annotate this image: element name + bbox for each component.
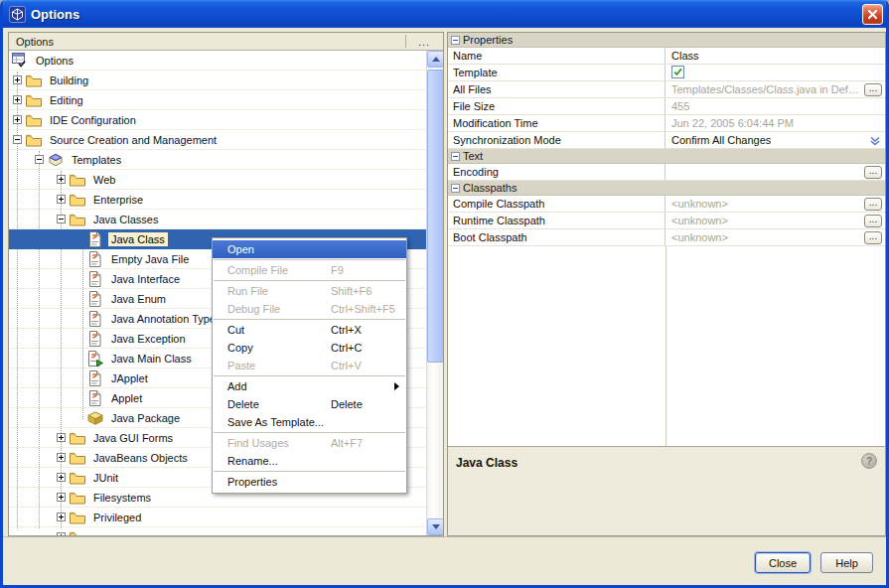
collapse-minus-icon[interactable] <box>9 132 25 148</box>
property-value-compile-classpath[interactable]: <unknown>... <box>666 196 885 212</box>
menu-item-delete[interactable]: DeleteDelete <box>213 395 406 413</box>
folder-icon <box>69 490 85 506</box>
options-dialog: Options Options ... OptionsBuildingEditi… <box>0 0 889 588</box>
menu-item-run-file: Run FileShift+F6 <box>213 282 406 300</box>
collapse-minus-icon[interactable] <box>31 152 47 168</box>
property-name: File Size <box>448 98 666 114</box>
menu-item-label: Cut <box>227 324 244 336</box>
property-value-name[interactable]: Class <box>666 48 885 64</box>
header-separator <box>405 35 406 48</box>
tree-scrollbar[interactable] <box>426 51 443 535</box>
menu-item-shortcut: Ctrl+V <box>331 360 362 371</box>
menu-item-rename[interactable]: Rename... <box>213 452 406 470</box>
expand-plus-icon[interactable] <box>9 112 25 128</box>
expand-plus-icon[interactable] <box>53 510 69 525</box>
scroll-up-button[interactable] <box>427 51 443 68</box>
section-label: Properties <box>463 34 513 46</box>
window-close-button[interactable] <box>862 4 883 25</box>
property-value-template[interactable] <box>666 65 885 80</box>
menu-item-shortcut: Ctrl+C <box>331 342 362 354</box>
help-button[interactable]: Help <box>820 552 873 573</box>
menu-item-label: Find Usages <box>227 437 289 449</box>
property-value-encoding[interactable]: ... <box>666 164 885 180</box>
selected-node-title: Java Class <box>456 456 518 470</box>
panel-more-button[interactable]: ... <box>411 34 437 49</box>
tree-item-label: Enterprise <box>90 193 146 207</box>
checkbox-checked-icon[interactable] <box>671 66 684 80</box>
property-value-boot-classpath[interactable]: <unknown>... <box>666 229 885 245</box>
menu-item-shortcut: Ctrl+Shift+F5 <box>331 303 395 315</box>
property-value-synchronization-mode[interactable]: Confirm All Changes <box>666 132 885 148</box>
section-header-text[interactable]: Text <box>448 149 885 164</box>
property-row-all-files: All FilesTemplates/Classes/Class.java in… <box>448 81 885 98</box>
property-name: Runtime Classpath <box>448 213 666 228</box>
section-label: Text <box>463 150 483 162</box>
expand-plus-icon[interactable] <box>53 529 69 536</box>
tree-item-enterprise[interactable]: Enterprise <box>9 190 426 210</box>
menu-item-save-as-template[interactable]: Save As Template... <box>213 413 406 431</box>
tree-item-privileged[interactable]: Privileged <box>9 508 426 527</box>
property-name: Encoding <box>448 164 666 180</box>
property-row-boot-classpath: Boot Classpath<unknown>... <box>448 229 885 246</box>
ellipsis-button[interactable]: ... <box>864 83 882 96</box>
menu-item-open[interactable]: Open <box>213 240 406 258</box>
tree-item-web[interactable]: Web <box>9 170 426 190</box>
tree-item-item[interactable] <box>9 527 426 535</box>
scroll-down-button[interactable] <box>427 518 443 535</box>
menu-item-properties[interactable]: Properties <box>213 473 406 491</box>
netbeans-logo-icon <box>9 6 26 23</box>
property-value-text: Confirm All Changes <box>671 134 771 146</box>
menu-separator <box>214 375 405 376</box>
tree-item-building[interactable]: Building <box>9 71 426 90</box>
menu-item-cut[interactable]: CutCtrl+X <box>213 321 406 339</box>
collapse-minus-icon[interactable] <box>451 184 460 193</box>
java-file-icon <box>86 370 103 386</box>
property-value-all-files[interactable]: Templates/Classes/Class.java in Defaul..… <box>666 81 885 97</box>
collapse-minus-icon[interactable] <box>451 36 460 45</box>
expand-plus-icon[interactable] <box>53 450 69 466</box>
expand-plus-icon[interactable] <box>53 192 69 208</box>
java-file-icon <box>86 331 103 347</box>
combo-dropdown-icon[interactable] <box>868 134 882 147</box>
tree-item-label: Java Main Class <box>108 352 195 366</box>
menu-item-add[interactable]: Add <box>213 377 406 395</box>
tree-item-java-classes[interactable]: Java Classes <box>9 210 426 229</box>
property-value-modification-time[interactable]: Jun 22, 2005 6:04:44 PM <box>666 115 885 131</box>
tree-item-source-creation-and-management[interactable]: Source Creation and Management <box>9 130 426 150</box>
expand-plus-icon[interactable] <box>53 172 69 188</box>
ellipsis-button[interactable]: ... <box>864 166 882 179</box>
expand-plus-icon[interactable] <box>9 73 25 88</box>
tree-item-label: Empty Java File <box>108 252 192 266</box>
close-button[interactable]: Close <box>755 552 811 573</box>
scrollbar-thumb[interactable] <box>427 70 443 363</box>
property-value-runtime-classpath[interactable]: <unknown>... <box>666 213 885 228</box>
ellipsis-button[interactable]: ... <box>864 198 882 211</box>
titlebar[interactable]: Options <box>0 0 889 28</box>
expand-plus-icon[interactable] <box>53 430 69 446</box>
section-label: Classpaths <box>463 182 517 194</box>
property-value-text: 455 <box>671 100 689 112</box>
menu-separator <box>214 432 405 433</box>
collapse-minus-icon[interactable] <box>53 212 69 227</box>
tree-item-label: Web <box>90 173 118 187</box>
menu-item-copy[interactable]: CopyCtrl+C <box>213 339 406 357</box>
collapse-minus-icon[interactable] <box>451 152 460 161</box>
ellipsis-button[interactable]: ... <box>864 231 882 244</box>
expand-plus-icon[interactable] <box>53 490 69 506</box>
tree-panel-header: Options ... <box>9 33 443 51</box>
expand-plus-icon[interactable] <box>9 92 25 108</box>
ellipsis-button[interactable]: ... <box>864 215 882 227</box>
expand-plus-icon[interactable] <box>53 470 69 486</box>
tree-item-ide-configuration[interactable]: IDE Configuration <box>9 110 426 130</box>
tree-item-templates[interactable]: Templates <box>9 150 426 170</box>
java-file-icon <box>86 271 103 287</box>
property-name: Synchronization Mode <box>448 132 666 148</box>
section-header-classpaths[interactable]: Classpaths <box>448 181 885 196</box>
help-ball-icon[interactable]: ? <box>861 453 877 469</box>
property-value-file-size[interactable]: 455 <box>666 98 885 114</box>
templates-icon <box>47 152 64 168</box>
tree-item-options[interactable]: Options <box>9 51 426 71</box>
section-header-properties[interactable]: Properties <box>448 33 885 48</box>
folder-icon <box>69 510 85 525</box>
tree-item-editing[interactable]: Editing <box>9 90 426 110</box>
